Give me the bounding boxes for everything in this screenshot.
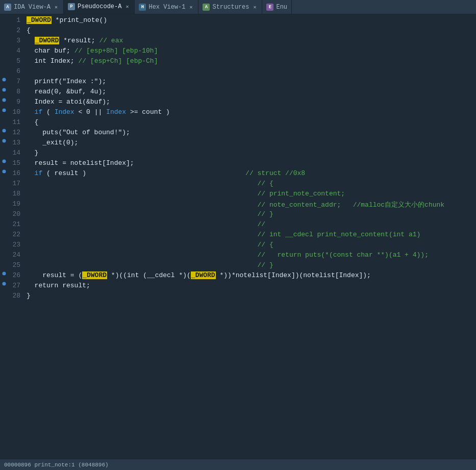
tab-ida-view-a[interactable]: AIDA View-A✕ (0, 0, 64, 14)
line-content: return result; (24, 282, 476, 289)
svg-point-8 (3, 272, 6, 276)
line-content: // print_note_content; (24, 190, 476, 197)
line-number: 6 (8, 67, 24, 75)
code-line: 24 // return puts(*(const char **)(a1 + … (0, 251, 476, 261)
tab-icon-enumerations: E (266, 4, 273, 11)
line-content: Index = atoi(&buf); (24, 98, 476, 106)
line-content: read(0, &buf, 4u); (24, 88, 476, 95)
code-line: 17 // { (0, 180, 476, 190)
tab-close-hex-view-1[interactable]: ✕ (188, 4, 194, 10)
line-content: result = notelist[Index]; (24, 159, 476, 167)
code-line: 20 // } (0, 210, 476, 220)
line-content: result = (_DWORD *)((int (__cdecl *)(_DW… (24, 271, 476, 279)
line-dot (0, 271, 8, 276)
line-number: 28 (8, 292, 24, 300)
line-number: 3 (8, 37, 24, 44)
line-content: _DWORD *print_note() (24, 16, 476, 24)
line-number: 20 (8, 210, 24, 218)
main-content: 1_DWORD *print_note()2{3 _DWORD *result;… (0, 14, 476, 459)
tab-label-structures: Structures (212, 4, 249, 11)
line-content: char buf; // [esp+8h] [ebp-10h] (24, 47, 476, 55)
line-number: 16 (8, 169, 24, 177)
line-number: 23 (8, 241, 24, 249)
line-content: } (24, 149, 476, 157)
line-number: 18 (8, 190, 24, 197)
line-dot (0, 159, 8, 163)
line-content: int Index; // [esp+Ch] [ebp-Ch] (24, 57, 476, 65)
tab-label-pseudocode-a: Pseudocode-A (78, 3, 121, 10)
code-line: 6 (0, 67, 476, 78)
line-content: printf("Index :"); (24, 78, 476, 85)
line-content: // int __cdecl print_note_content(int a1… (24, 231, 476, 238)
line-number: 7 (8, 78, 24, 85)
svg-point-7 (3, 170, 6, 174)
line-content: _exit(0); (24, 139, 476, 146)
line-dot (0, 88, 8, 92)
line-number: 15 (8, 159, 24, 167)
code-line: 18 // print_note_content; (0, 190, 476, 200)
line-content: // note_content_addr; //malloc自定义大小的chun… (24, 200, 476, 209)
status-bar: 00000896 print_note:1 (8048896) (0, 459, 476, 470)
line-dot (0, 78, 8, 82)
line-number: 4 (8, 47, 24, 55)
tab-enumerations[interactable]: EEnu (262, 0, 292, 14)
tab-close-ida-view-a[interactable]: ✕ (53, 4, 59, 10)
code-line: 19 // note_content_addr; //malloc自定义大小的c… (0, 200, 476, 210)
code-line: 27 return result; (0, 282, 476, 292)
tab-label-hex-view-1: Hex View-1 (148, 4, 185, 11)
line-number: 22 (8, 231, 24, 238)
svg-point-3 (3, 109, 6, 112)
tab-icon-structures: A (203, 4, 210, 11)
line-dot (0, 129, 8, 133)
tab-bar: AIDA View-A✕PPseudocode-A✕HHex View-1✕AS… (0, 0, 476, 14)
line-number: 26 (8, 271, 24, 279)
line-number: 13 (8, 139, 24, 146)
line-number: 11 (8, 118, 24, 126)
code-line: 1_DWORD *print_note() (0, 16, 476, 27)
code-line: 25 // } (0, 261, 476, 271)
tab-hex-view-1[interactable]: HHex View-1✕ (135, 0, 198, 14)
code-line: 4 char buf; // [esp+8h] [ebp-10h] (0, 47, 476, 57)
tab-close-pseudocode-a[interactable]: ✕ (124, 4, 130, 10)
code-line: 5 int Index; // [esp+Ch] [ebp-Ch] (0, 57, 476, 67)
line-content: } (24, 292, 476, 300)
line-number: 9 (8, 98, 24, 106)
code-line: 16 if ( result ) // struct //0x8 (0, 169, 476, 180)
line-number: 14 (8, 149, 24, 157)
line-content: { (24, 118, 476, 126)
line-content: // { (24, 241, 476, 249)
line-number: 2 (8, 27, 24, 34)
code-line: 22 // int __cdecl print_note_content(int… (0, 231, 476, 241)
line-dot (0, 169, 8, 174)
svg-point-6 (3, 160, 6, 163)
line-number: 24 (8, 251, 24, 259)
tab-close-structures[interactable]: ✕ (252, 4, 258, 10)
code-line: 14 } (0, 149, 476, 159)
tab-label-ida-view-a: IDA View-A (14, 4, 51, 11)
line-dot (0, 108, 8, 112)
svg-point-0 (3, 78, 6, 82)
line-number: 27 (8, 282, 24, 289)
code-line: 2{ (0, 27, 476, 37)
code-line: 9 Index = atoi(&buf); (0, 98, 476, 108)
code-line: 28} (0, 292, 476, 302)
line-number: 19 (8, 200, 24, 208)
code-line: 21 // (0, 220, 476, 231)
line-content: // } (24, 261, 476, 269)
svg-point-9 (3, 282, 6, 286)
line-number: 12 (8, 129, 24, 136)
line-number: 8 (8, 88, 24, 95)
line-number: 10 (8, 108, 24, 116)
code-line: 13 _exit(0); (0, 139, 476, 149)
tab-icon-hex-view-1: H (139, 4, 146, 11)
line-number: 1 (8, 16, 24, 24)
status-text: 00000896 print_note:1 (8048896) (4, 462, 109, 468)
tab-pseudocode-a[interactable]: PPseudocode-A✕ (64, 0, 135, 14)
line-content: puts("Out of bound!"); (24, 129, 476, 136)
code-line: 3 _DWORD *result; // eax (0, 37, 476, 47)
svg-point-5 (3, 139, 6, 143)
line-content: // } (24, 210, 476, 218)
line-content: _DWORD *result; // eax (24, 37, 476, 44)
code-area[interactable]: 1_DWORD *print_note()2{3 _DWORD *result;… (0, 14, 476, 459)
tab-structures[interactable]: AStructures✕ (198, 0, 262, 14)
